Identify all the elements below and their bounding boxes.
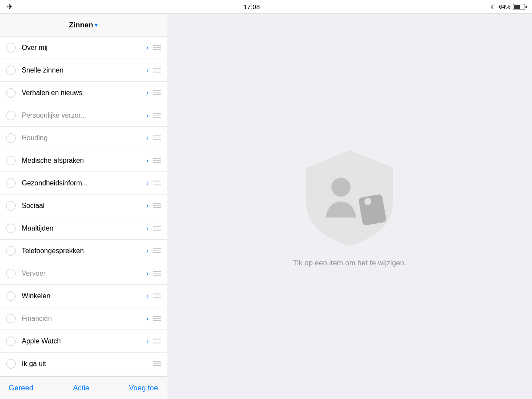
nav-chevron-icon: ▾ [95,22,98,28]
item-label: Sociaal [22,202,146,210]
chevron-right-icon: › [146,157,149,165]
chevron-right-icon: › [146,337,149,345]
item-label: Houding [22,134,146,142]
right-panel: Tik op een item om het te wijzigen. [167,14,532,399]
moon-icon: ☾ [491,3,496,10]
chevron-right-icon: › [146,202,149,210]
hint-text: Tik op een item om het te wijzigen. [293,259,406,267]
list-item[interactable]: Vervoer› [0,262,167,285]
radio-circle[interactable] [6,224,16,233]
radio-circle[interactable] [6,66,16,75]
item-label: Vervoer [22,270,146,277]
svg-point-2 [364,198,371,205]
nav-title-text: Zinnen [69,21,93,30]
item-label: Medische afspraken [22,157,146,165]
drag-handle[interactable] [153,248,161,253]
drag-handle[interactable] [153,113,161,118]
drag-handle[interactable] [153,226,161,231]
drag-handle[interactable] [153,181,161,185]
list-item[interactable]: Telefoongesprekken› [0,240,167,262]
radio-circle[interactable] [6,246,16,256]
list-item[interactable]: Persoonlijke verzor...› [0,104,167,127]
status-bar: ✈ 17:08 ☾ 64% [0,0,532,14]
chevron-right-icon: › [146,134,149,142]
item-label: Over mij [22,44,146,52]
drag-handle[interactable] [153,316,161,321]
radio-circle[interactable] [6,178,16,188]
list-item[interactable]: Houding› [0,127,167,149]
list-item[interactable]: Winkelen› [0,285,167,307]
radio-circle[interactable] [6,291,16,301]
status-bar-time: 17:08 [244,3,260,10]
radio-circle[interactable] [6,359,16,369]
radio-circle[interactable] [6,133,16,143]
radio-circle[interactable] [6,269,16,278]
svg-rect-1 [358,194,387,226]
list-item[interactable]: Apple Watch› [0,330,167,353]
nav-bar: Zinnen ▾ [0,14,167,36]
item-label: Persoonlijke verzor... [22,112,146,119]
item-label: Financiën [22,315,146,323]
radio-circle[interactable] [6,156,16,165]
list-item[interactable]: Snelle zinnen› [0,59,167,82]
shield-icon [293,146,406,250]
add-button[interactable]: Voeg toe [129,384,158,392]
chevron-right-icon: › [146,315,149,323]
radio-circle[interactable] [6,336,16,346]
drag-handle[interactable] [153,158,161,163]
chevron-right-icon: › [146,44,149,52]
drag-handle[interactable] [153,271,161,276]
chevron-right-icon: › [146,112,149,119]
chevron-right-icon: › [146,66,149,74]
drag-handle[interactable] [153,293,161,298]
item-label: Ik ga uit [22,360,153,368]
done-button[interactable]: Gereed [9,384,33,392]
item-label: Apple Watch [22,337,146,345]
chevron-right-icon: › [146,292,149,300]
main-layout: Zinnen ▾ Over mij›Snelle zinnen›Verhalen… [0,14,532,399]
chevron-right-icon: › [146,89,149,97]
drag-handle[interactable] [153,45,161,50]
status-bar-right: ☾ 64% [491,3,525,10]
item-label: Telefoongesprekken [22,247,146,255]
list-item[interactable]: Medische afspraken› [0,149,167,172]
list-item[interactable]: Sociaal› [0,195,167,217]
left-panel: Zinnen ▾ Over mij›Snelle zinnen›Verhalen… [0,14,167,399]
list-item[interactable]: Gezondheidsinform...› [0,172,167,195]
svg-point-0 [331,178,350,197]
radio-circle[interactable] [6,201,16,211]
item-label: Snelle zinnen [22,66,146,74]
airplane-icon: ✈ [7,3,13,11]
item-label: Gezondheidsinform... [22,179,146,187]
drag-handle[interactable] [153,339,161,343]
chevron-right-icon: › [146,224,149,232]
radio-circle[interactable] [6,88,16,98]
battery-icon [513,4,525,10]
list-item[interactable]: Ik ga uit [0,353,167,375]
bottom-toolbar: Gereed Actie Voeg toe [0,376,167,399]
drag-handle[interactable] [153,68,161,73]
status-bar-left: ✈ [7,3,13,11]
list-container[interactable]: Over mij›Snelle zinnen›Verhalen en nieuw… [0,36,167,376]
radio-circle[interactable] [6,43,16,53]
item-label: Maaltijden [22,224,146,232]
item-label: Verhalen en nieuws [22,89,146,97]
chevron-right-icon: › [146,179,149,187]
list-item[interactable]: Verhalen en nieuws› [0,82,167,104]
list-item[interactable]: Over mij› [0,36,167,59]
list-item[interactable]: Financiën› [0,307,167,330]
list-item[interactable]: Maaltijden› [0,217,167,240]
drag-handle[interactable] [153,203,161,208]
battery-fill [514,5,520,9]
drag-handle[interactable] [153,90,161,95]
action-button[interactable]: Actie [73,384,89,392]
drag-handle[interactable] [153,361,161,366]
battery-percent: 64% [499,3,510,10]
radio-circle[interactable] [6,314,16,323]
chevron-right-icon: › [146,270,149,277]
radio-circle[interactable] [6,111,16,120]
item-label: Winkelen [22,292,146,300]
nav-title[interactable]: Zinnen ▾ [69,21,98,30]
chevron-right-icon: › [146,247,149,255]
drag-handle[interactable] [153,135,161,140]
